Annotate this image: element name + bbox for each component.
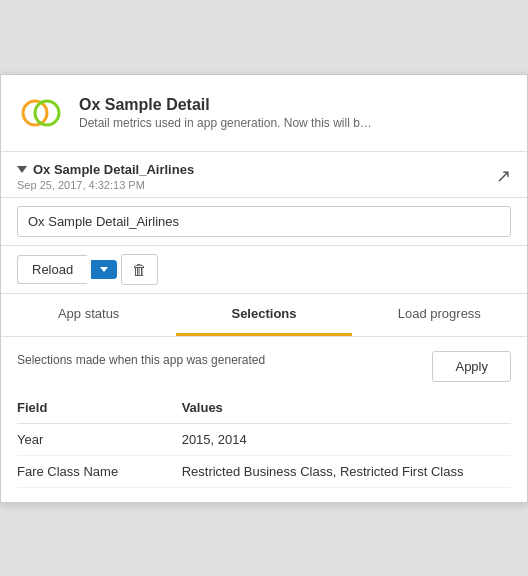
field-column-header: Field xyxy=(17,400,182,415)
subheader-name: Ox Sample Detail_Airlines xyxy=(17,162,194,177)
tab-load-progress[interactable]: Load progress xyxy=(352,294,527,336)
tab-selections[interactable]: Selections xyxy=(176,294,351,336)
tabs-bar: App status Selections Load progress xyxy=(1,294,527,337)
delete-button[interactable]: 🗑 xyxy=(121,254,158,285)
app-subtitle: Detail metrics used in app generation. N… xyxy=(79,116,372,130)
table-row: Year 2015, 2014 xyxy=(17,424,511,456)
field-cell: Year xyxy=(17,432,182,447)
chevron-down-icon xyxy=(100,267,108,272)
search-bar xyxy=(1,198,527,246)
tab-app-status[interactable]: App status xyxy=(1,294,176,336)
reload-button[interactable]: Reload xyxy=(17,255,87,284)
apply-button[interactable]: Apply xyxy=(432,351,511,382)
collapse-icon[interactable] xyxy=(17,166,27,173)
table-header-row: Field Values xyxy=(17,396,511,424)
selections-table: Field Values Year 2015, 2014 Fare Class … xyxy=(17,396,511,488)
header-text: Ox Sample Detail Detail metrics used in … xyxy=(79,96,372,130)
values-column-header: Values xyxy=(182,400,511,415)
external-link-icon[interactable]: ↗ xyxy=(496,165,511,187)
subheader-left: Ox Sample Detail_Airlines Sep 25, 2017, … xyxy=(17,162,194,191)
app-title: Ox Sample Detail xyxy=(79,96,372,114)
content-area: Selections made when this app was genera… xyxy=(1,337,527,502)
subheader-date: Sep 25, 2017, 4:32:13 PM xyxy=(17,179,194,191)
value-cell: 2015, 2014 xyxy=(182,432,511,447)
apply-row: Selections made when this app was genera… xyxy=(17,351,511,382)
value-cell: Restricted Business Class, Restricted Fi… xyxy=(182,464,511,479)
subheader: Ox Sample Detail_Airlines Sep 25, 2017, … xyxy=(1,152,527,198)
selections-description: Selections made when this app was genera… xyxy=(17,353,265,367)
search-input[interactable] xyxy=(17,206,511,237)
field-cell: Fare Class Name xyxy=(17,464,182,479)
toolbar: Reload 🗑 xyxy=(1,246,527,294)
table-row: Fare Class Name Restricted Business Clas… xyxy=(17,456,511,488)
app-header: Ox Sample Detail Detail metrics used in … xyxy=(1,75,527,152)
main-card: Ox Sample Detail Detail metrics used in … xyxy=(0,74,528,503)
app-logo-icon xyxy=(17,89,65,137)
reload-dropdown-button[interactable] xyxy=(91,260,117,279)
trash-icon: 🗑 xyxy=(132,261,147,278)
